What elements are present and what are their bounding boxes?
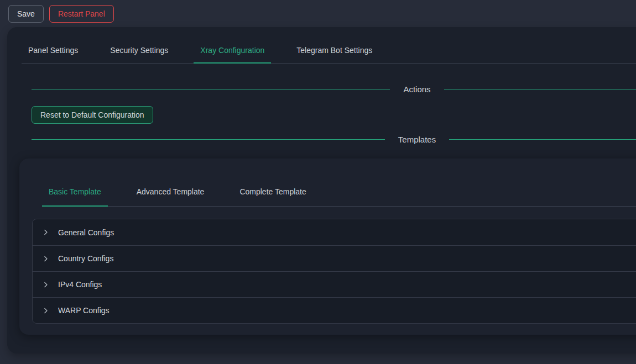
templates-divider: Templates [32, 135, 636, 144]
tab-complete-template[interactable]: Complete Template [233, 187, 312, 207]
tab-advanced-template[interactable]: Advanced Template [130, 187, 211, 207]
divider-line-right [449, 139, 636, 140]
configs-accordion: General Configs Country Configs IPv4 Con… [32, 219, 636, 324]
accordion-item-general-configs[interactable]: General Configs [33, 219, 636, 245]
save-button[interactable]: Save [8, 5, 44, 23]
accordion-item-label: IPv4 Configs [58, 280, 102, 289]
templates-card: Basic Template Advanced Template Complet… [19, 159, 636, 335]
divider-line-right [444, 89, 636, 89]
accordion-item-label: Country Configs [58, 254, 113, 263]
xray-configuration-panel: Actions Reset to Default Configuration T… [7, 85, 636, 335]
divider-line-left [32, 89, 390, 89]
accordion-item-country-configs[interactable]: Country Configs [33, 245, 636, 271]
accordion-item-label: General Configs [58, 228, 114, 237]
actions-divider: Actions [32, 85, 636, 94]
restart-panel-button[interactable]: Restart Panel [49, 5, 114, 23]
chevron-right-icon [42, 281, 49, 288]
accordion-item-label: WARP Configs [58, 306, 110, 315]
settings-tab-bar: Panel Settings Security Settings Xray Co… [22, 27, 636, 64]
tab-security-settings[interactable]: Security Settings [103, 27, 175, 64]
chevron-right-icon [42, 255, 49, 262]
accordion-item-ipv4-configs[interactable]: IPv4 Configs [33, 271, 636, 297]
templates-divider-label: Templates [385, 135, 449, 144]
reset-default-configuration-button[interactable]: Reset to Default Configuration [32, 106, 153, 124]
tab-xray-configuration[interactable]: Xray Configuration [194, 27, 271, 64]
template-tab-bar: Basic Template Advanced Template Complet… [42, 187, 636, 207]
settings-card: Panel Settings Security Settings Xray Co… [7, 27, 636, 354]
actions-divider-label: Actions [390, 85, 444, 94]
tab-telegram-bot-settings[interactable]: Telegram Bot Settings [290, 27, 379, 64]
divider-line-left [32, 139, 385, 140]
top-action-bar: Save Restart Panel [0, 0, 636, 27]
tab-panel-settings[interactable]: Panel Settings [22, 27, 85, 64]
chevron-right-icon [42, 229, 49, 236]
accordion-item-warp-configs[interactable]: WARP Configs [33, 297, 636, 323]
tab-basic-template[interactable]: Basic Template [42, 187, 108, 207]
chevron-right-icon [42, 307, 49, 314]
